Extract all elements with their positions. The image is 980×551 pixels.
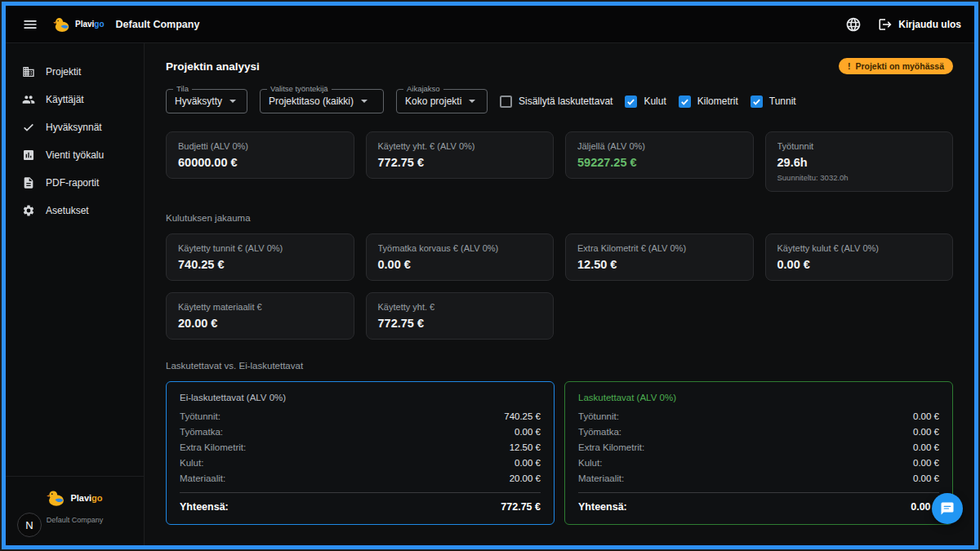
summary-cards: Budjetti (ALV 0%) 60000.00 € Käytetty yh… <box>166 131 953 192</box>
employee-select[interactable]: Valitse työntekijä Projektitaso (kaikki) <box>260 89 384 113</box>
hamburger-icon <box>22 16 38 33</box>
gear-icon <box>22 204 35 217</box>
sidebar: Projektit Käyttäjät Hyväksynnät Vienti t… <box>6 43 145 545</box>
company-name: Default Company <box>116 19 200 30</box>
plavigo-logo-icon <box>47 488 66 508</box>
non-billable-panel: Ei-laskutettavat (ALV 0%) Työtunnit:740.… <box>166 381 555 525</box>
expenses-card: Käytetty kulut € (ALV 0%) 0.00 € <box>765 233 954 281</box>
sidebar-item-hyvaksynnat[interactable]: Hyväksynnät <box>6 113 144 141</box>
language-button[interactable] <box>842 13 865 36</box>
chevron-down-icon <box>360 97 368 105</box>
sidebar-item-asetukset[interactable]: Asetukset <box>6 197 144 224</box>
menu-button[interactable] <box>19 13 42 36</box>
sidebar-item-pdf-raportit[interactable]: PDF-raportit <box>6 169 144 197</box>
page-title: Projektin analyysi <box>166 60 260 73</box>
checkbox-icon <box>625 96 637 108</box>
sidebar-item-label: Asetukset <box>46 205 89 216</box>
warning-icon: ! <box>848 61 851 71</box>
checkbox-icon <box>751 96 763 108</box>
work-hours-card: Työtunnit 29.6h Suunniteltu: 3032.0h <box>765 131 954 192</box>
plavigo-logo-icon <box>53 16 71 33</box>
check-icon <box>22 121 35 134</box>
sidebar-item-label: Hyväksynnät <box>46 122 102 133</box>
status-select[interactable]: Tila Hyväksytty <box>166 89 247 113</box>
footer-brand-name: Plavigo <box>70 493 102 503</box>
sidebar-item-projektit[interactable]: Projektit <box>6 58 144 86</box>
sidebar-item-vienti-tyokalu[interactable]: Vienti työkalu <box>6 141 144 169</box>
breakdown-cards-row1: Käytetty tunnit € (ALV 0%) 740.25 € Työm… <box>166 233 953 281</box>
details-title: Yksityiskohdat <box>564 544 953 545</box>
billable-panel: Laskutettavat (ALV 0%) Työtunnit:0.00 € … <box>564 381 953 525</box>
include-billable-checkbox[interactable]: Sisällytä laskutettavat <box>500 96 612 108</box>
sidebar-item-label: Projektit <box>46 66 81 78</box>
app-window: Plavigo Default Company Kirjaudu ulos Pr… <box>2 2 978 549</box>
badge-label: Projekti on myöhässä <box>855 61 944 71</box>
brand-name: Plavigo <box>75 20 105 29</box>
details-section: Yksityiskohdat Tunnit 740.25 € <box>564 544 953 545</box>
billable-panels: Ei-laskutettavat (ALV 0%) Työtunnit:740.… <box>166 381 953 525</box>
sidebar-item-label: Käyttäjät <box>46 94 84 105</box>
breakdown-section-title: Kulutuksen jakauma <box>166 213 953 223</box>
category-chart-section: Kulutus kategorioittain (ALV 0%) <box>166 544 555 545</box>
materials-card: Käytetty materiaalit € 20.00 € <box>166 292 354 340</box>
brand-logo: Plavigo <box>53 16 105 33</box>
budget-card: Budjetti (ALV 0%) 60000.00 € <box>166 131 354 179</box>
logout-icon <box>878 17 893 32</box>
project-late-badge: ! Projekti on myöhässä <box>839 58 953 74</box>
spent-total-card: Käytetty yht. € (ALV 0%) 772.75 € <box>366 131 555 179</box>
breakdown-cards-row2: Käytetty materiaalit € 20.00 € Käytetty … <box>166 292 953 340</box>
document-icon <box>22 176 35 189</box>
chat-fab-button[interactable] <box>932 493 963 524</box>
main-content: Projektin analyysi ! Projekti on myöhäss… <box>145 43 974 545</box>
sidebar-item-kayttajat[interactable]: Käyttäjät <box>6 86 144 113</box>
logout-button[interactable]: Kirjaudu ulos <box>878 17 961 32</box>
chat-icon <box>940 501 955 516</box>
chevron-down-icon <box>468 97 476 105</box>
extra-km-card: Extra Kilometrit € (ALV 0%) 12.50 € <box>565 233 754 281</box>
checkbox-icon <box>500 96 512 108</box>
building-icon <box>22 65 35 78</box>
billable-section-title: Laskutettavat vs. Ei-laskutettavat <box>166 361 953 371</box>
users-icon <box>22 93 35 106</box>
planned-hours: Suunniteltu: 3032.0h <box>777 173 942 182</box>
travel-cost-card: Työmatka korvaus € (ALV 0%) 0.00 € <box>366 233 555 281</box>
period-select[interactable]: Aikajakso Koko projekti <box>396 89 488 113</box>
tunnit-checkbox[interactable]: Tunnit <box>751 96 796 108</box>
checkbox-icon <box>679 96 691 108</box>
total-used-card: Käytetty yht. € 772.75 € <box>366 292 555 340</box>
hours-cost-card: Käytetty tunnit € (ALV 0%) 740.25 € <box>166 233 354 281</box>
sidebar-item-label: PDF-raportit <box>46 177 99 189</box>
sidebar-item-label: Vienti työkalu <box>46 149 104 161</box>
chevron-down-icon <box>229 97 237 105</box>
chart-icon <box>22 149 35 162</box>
kilometrit-checkbox[interactable]: Kilometrit <box>679 96 738 108</box>
remaining-card: Jäljellä (ALV 0%) 59227.25 € <box>565 131 754 179</box>
topbar: Plavigo Default Company Kirjaudu ulos <box>6 6 974 43</box>
category-chart-title: Kulutus kategorioittain (ALV 0%) <box>166 544 555 545</box>
globe-icon <box>845 16 862 33</box>
filter-bar: Tila Hyväksytty Valitse työntekijä Proje… <box>166 89 953 113</box>
bottom-sections: Kulutus kategorioittain (ALV 0%) Yksityi… <box>166 544 953 545</box>
avatar[interactable]: N <box>17 513 42 537</box>
kulut-checkbox[interactable]: Kulut <box>625 96 666 108</box>
logout-label: Kirjaudu ulos <box>898 19 961 30</box>
